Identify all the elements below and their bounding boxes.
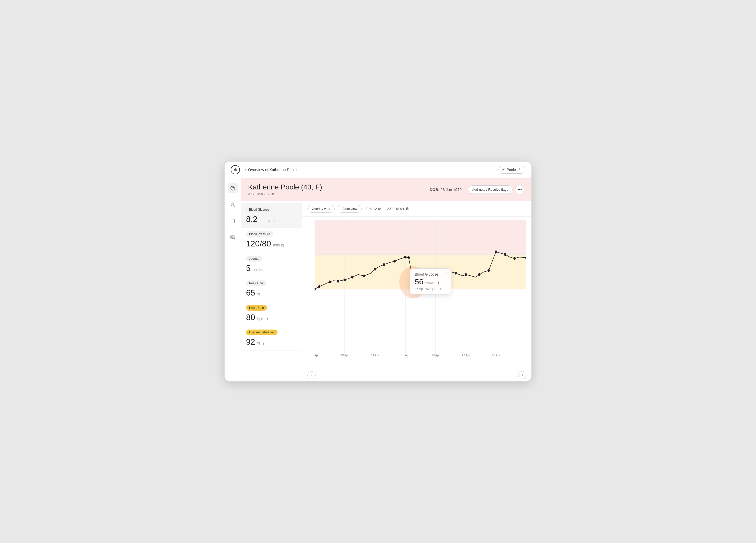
metric-value: 65 [246, 288, 255, 297]
metric-item-blood-pressure[interactable]: Blood Pressure 120/80 mmHg ↑ [241, 228, 302, 252]
data-point [465, 273, 467, 276]
data-point [478, 273, 480, 276]
metric-tag: Peak Flow [246, 280, 266, 286]
patient-header: Katherine Poole (43, F) # 123 456 789 10… [241, 178, 531, 201]
tooltip-dot [412, 280, 415, 284]
back-label: Overview of Katherine Poole [248, 168, 297, 172]
data-point [454, 272, 457, 274]
metric-tag: Blood Pressure [246, 232, 273, 237]
metric-unit: mmol/L [260, 219, 271, 223]
lower-area: Blood Glucose 8.2 mmol/L ↑ Blood Pressur… [241, 201, 531, 381]
x-label-12apr: 12 Apr [315, 353, 319, 357]
user-label: K. Poole [502, 168, 516, 172]
svg-point-9 [231, 237, 232, 238]
app-logo: ⊕ [231, 165, 240, 174]
chart-bottom: ⏸ ⏸ [302, 369, 531, 381]
data-point [434, 273, 437, 276]
metric-tag: Journal [246, 256, 262, 262]
pause-left-button[interactable]: ⏸ [307, 371, 316, 379]
add-note-button[interactable]: Add note / Resolve flags [468, 185, 513, 194]
table-view-button[interactable]: Table view [338, 205, 362, 213]
main-layout: Katherine Poole (43, F) # 123 456 789 10… [225, 178, 531, 381]
data-point [383, 263, 385, 266]
patient-id: # 123 456 789 10 [248, 192, 430, 196]
metric-tag: Blood Glucose [246, 207, 272, 213]
sidebar-icon-patient[interactable] [228, 200, 238, 210]
date-range: 2020-12-04 — 2020-18-04 🗓 [365, 207, 409, 211]
data-point [351, 276, 353, 278]
metric-unit: bpm [257, 317, 264, 321]
patient-info: Katherine Poole (43, F) # 123 456 789 10 [248, 183, 430, 196]
pause-right-button[interactable]: ⏸ [518, 371, 526, 379]
metric-unit: entries [253, 268, 263, 272]
overlay-vital-button[interactable]: Overlay vital [307, 205, 335, 213]
metric-value: 80 [246, 313, 255, 322]
x-label-15apr: 15 Apr [401, 353, 409, 357]
chart-svg: 100 75 50 25 12 Apr 13 Apr 14 Apr 15 Apr… [315, 220, 526, 359]
x-label-14apr: 14 Apr [371, 353, 379, 357]
more-options-button[interactable]: ••• [515, 185, 524, 194]
metric-item-peak-flow[interactable]: Peak Flow 65 % [241, 277, 302, 301]
metric-value: 92 [246, 337, 255, 346]
metric-tag: Heart Rate [246, 305, 267, 310]
metric-unit: % [257, 341, 260, 345]
metric-item-oxygen-saturation[interactable]: Oxygen Saturation 92 % ↑ [241, 326, 302, 350]
dob-label: DOB: [430, 188, 439, 192]
metric-value-row: 5 entries [246, 264, 297, 273]
data-point [343, 278, 346, 281]
metric-item-blood-glucose[interactable]: Blood Glucose 8.2 mmol/L ↑ [241, 203, 302, 228]
metric-arrow: ↑ [273, 219, 275, 223]
metric-unit: mmHg [273, 243, 284, 247]
data-point [404, 256, 407, 258]
patient-actions: Add note / Resolve flags ••• [468, 185, 524, 194]
chart-toolbar: Overlay vital Table view 2020-12-04 — 20… [302, 201, 531, 217]
metric-value-row: 65 % [246, 288, 297, 297]
sidebar-icon-dashboard[interactable] [228, 183, 238, 193]
metric-arrow: ↑ [266, 317, 268, 321]
data-point [445, 272, 448, 274]
data-point [363, 274, 365, 277]
icon-sidebar [225, 178, 241, 381]
x-label-16apr: 16 Apr [431, 353, 440, 357]
date-range-text: 2020-12-04 — 2020-18-04 [365, 207, 404, 211]
patient-name: Katherine Poole (43, F) [248, 183, 430, 191]
metric-value-row: 80 bpm ↑ [246, 313, 297, 322]
metric-value: 120/80 [246, 239, 271, 248]
metric-arrow: ↑ [263, 341, 264, 345]
data-point [495, 251, 497, 253]
metric-item-journal[interactable]: Journal 5 entries [241, 252, 302, 277]
sidebar-icon-notes[interactable] [228, 216, 238, 226]
metric-value-row: 120/80 mmHg ↑ [246, 239, 297, 249]
metrics-sidebar: Blood Glucose 8.2 mmol/L ↑ Blood Pressur… [241, 201, 302, 381]
metric-item-heart-rate[interactable]: Heart Rate 80 bpm ↑ [241, 301, 302, 326]
data-point [487, 269, 490, 272]
data-point [374, 268, 376, 271]
metric-value: 5 [246, 264, 251, 273]
back-button[interactable]: ‹ Overview of Katherine Poole [245, 167, 297, 172]
patient-dob: DOB: 23 Jun 1979 [430, 188, 462, 192]
data-point [337, 280, 339, 282]
dob-value: 23 Jun 1979 [441, 188, 462, 192]
user-menu[interactable]: K. Poole ⋮ [498, 166, 525, 174]
data-point [318, 285, 320, 288]
red-zone [315, 220, 526, 255]
data-point [504, 253, 506, 256]
metric-tag: Oxygen Saturation [246, 329, 277, 335]
metric-value: 8.2 [246, 215, 257, 224]
top-nav: ⊕ ‹ Overview of Katherine Poole K. Poole… [225, 162, 531, 178]
x-label-17apr: 17 Apr [462, 353, 470, 357]
metric-unit: % [257, 292, 260, 296]
chart-area: Overlay vital Table view 2020-12-04 — 20… [302, 201, 531, 381]
content-area: Katherine Poole (43, F) # 123 456 789 10… [241, 178, 531, 381]
user-menu-icon: ⋮ [518, 168, 521, 172]
calendar-icon[interactable]: 🗓 [406, 207, 409, 211]
metric-value-row: 8.2 mmol/L ↑ [246, 215, 297, 224]
svg-point-3 [232, 203, 234, 205]
x-label-13apr: 13 Apr [341, 353, 349, 357]
data-point [329, 280, 331, 283]
sidebar-icon-gallery[interactable] [228, 232, 238, 243]
metric-value-row: 92 % ↑ [246, 337, 297, 347]
metric-arrow: ↑ [286, 243, 288, 247]
chevron-left-icon: ‹ [245, 167, 247, 172]
data-point [407, 257, 410, 259]
